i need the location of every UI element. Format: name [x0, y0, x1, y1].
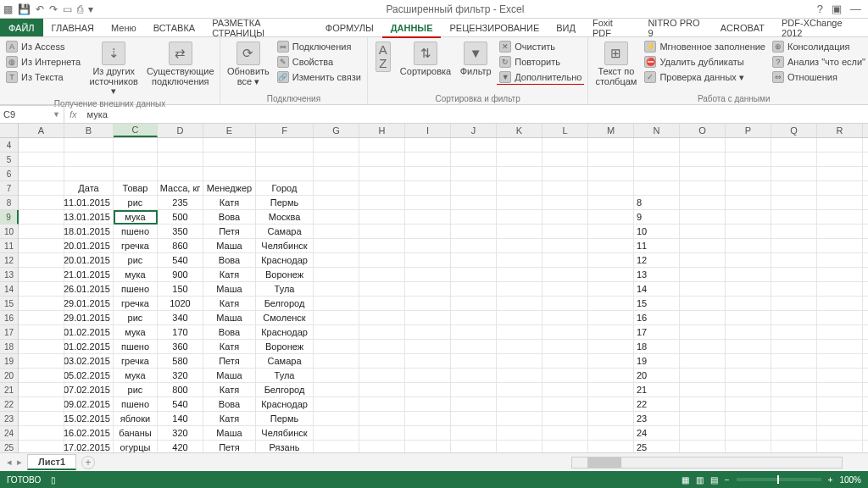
- cell[interactable]: Катя: [203, 412, 256, 426]
- properties-button[interactable]: ✎Свойства: [276, 55, 362, 69]
- cell[interactable]: [771, 196, 817, 210]
- cell[interactable]: 18: [634, 340, 680, 354]
- cell[interactable]: [451, 268, 497, 282]
- minimize-icon[interactable]: —: [850, 3, 861, 15]
- consolidate-button[interactable]: ⊕Консолидация: [771, 40, 868, 53]
- cell[interactable]: [634, 167, 680, 181]
- cell[interactable]: Маша: [203, 239, 256, 253]
- cell[interactable]: 17.02.2015: [64, 441, 114, 452]
- cell[interactable]: [451, 253, 497, 268]
- formula-input[interactable]: мука: [82, 109, 868, 119]
- select-all-corner[interactable]: [0, 124, 19, 138]
- cell[interactable]: 540: [158, 253, 203, 268]
- cells-area[interactable]: ДатаТоварМасса, кгМенеджерГород11.01.201…: [19, 138, 868, 452]
- cell[interactable]: [405, 152, 451, 167]
- cell[interactable]: мука: [114, 210, 158, 225]
- cell[interactable]: [19, 210, 64, 225]
- cell[interactable]: Краснодар: [256, 253, 314, 268]
- cell[interactable]: [542, 225, 588, 239]
- cell[interactable]: [863, 253, 868, 268]
- cell[interactable]: [19, 297, 64, 311]
- cell[interactable]: [863, 369, 868, 383]
- view-pagebreak-icon[interactable]: ▤: [710, 475, 718, 485]
- cell[interactable]: Пермь: [256, 196, 314, 210]
- cell[interactable]: [405, 441, 451, 452]
- cell[interactable]: [817, 412, 863, 426]
- cell[interactable]: 500: [158, 210, 203, 225]
- cell[interactable]: [497, 196, 542, 210]
- cell[interactable]: 19: [634, 354, 680, 369]
- cell[interactable]: [588, 181, 634, 196]
- cell[interactable]: [405, 297, 451, 311]
- cell[interactable]: [64, 152, 114, 167]
- cell[interactable]: Самара: [256, 354, 314, 369]
- zoom-slider[interactable]: [737, 478, 821, 481]
- cell[interactable]: [771, 340, 817, 354]
- cell[interactable]: [726, 152, 771, 167]
- cell[interactable]: гречка: [114, 354, 158, 369]
- cell[interactable]: [726, 412, 771, 426]
- cell[interactable]: [405, 340, 451, 354]
- cell[interactable]: [726, 253, 771, 268]
- relationships-button[interactable]: ⇔Отношения: [771, 70, 868, 84]
- cell[interactable]: [726, 297, 771, 311]
- cell[interactable]: [817, 210, 863, 225]
- row-header[interactable]: 19: [0, 354, 18, 369]
- cell[interactable]: Катя: [203, 340, 256, 354]
- cell[interactable]: рис: [114, 253, 158, 268]
- row-header[interactable]: 16: [0, 311, 18, 325]
- cell[interactable]: [680, 268, 726, 282]
- cell[interactable]: 03.02.2015: [64, 354, 114, 369]
- undo-icon[interactable]: ↶: [36, 3, 44, 15]
- cell[interactable]: [19, 441, 64, 452]
- cell[interactable]: [726, 325, 771, 340]
- reapply-button[interactable]: ↻Повторить: [498, 55, 582, 69]
- cell[interactable]: 800: [158, 383, 203, 397]
- cell[interactable]: Пермь: [256, 412, 314, 426]
- cell[interactable]: 01.02.2015: [64, 325, 114, 340]
- horizontal-scrollbar[interactable]: [571, 457, 843, 469]
- cell[interactable]: [588, 340, 634, 354]
- cell[interactable]: [451, 239, 497, 253]
- sheet-tab[interactable]: Лист1: [27, 454, 76, 470]
- cell[interactable]: [497, 412, 542, 426]
- save-icon[interactable]: 💾: [18, 3, 31, 15]
- row-header[interactable]: 8: [0, 196, 18, 210]
- cell[interactable]: [771, 181, 817, 196]
- cell[interactable]: 16.02.2015: [64, 426, 114, 441]
- cell[interactable]: [863, 311, 868, 325]
- cell[interactable]: [542, 354, 588, 369]
- cell[interactable]: [863, 354, 868, 369]
- cell[interactable]: [314, 225, 359, 239]
- cell[interactable]: [588, 397, 634, 412]
- cell[interactable]: пшено: [114, 397, 158, 412]
- cell[interactable]: гречка: [114, 297, 158, 311]
- cell[interactable]: [588, 426, 634, 441]
- cell[interactable]: Менеджер: [203, 181, 256, 196]
- cell[interactable]: [588, 239, 634, 253]
- cell[interactable]: Маша: [203, 282, 256, 297]
- column-header-A[interactable]: A: [19, 124, 64, 137]
- cell[interactable]: [405, 225, 451, 239]
- cell[interactable]: [542, 282, 588, 297]
- cell[interactable]: [726, 311, 771, 325]
- column-header-D[interactable]: D: [158, 124, 203, 137]
- cell[interactable]: [19, 369, 64, 383]
- add-sheet-button[interactable]: +: [81, 456, 95, 469]
- cell[interactable]: [314, 383, 359, 397]
- cell[interactable]: [817, 325, 863, 340]
- tab-file[interactable]: ФАЙЛ: [0, 19, 43, 36]
- cell[interactable]: [863, 167, 868, 181]
- tab-formulas[interactable]: ФОРМУЛЫ: [317, 19, 382, 36]
- cell[interactable]: [588, 225, 634, 239]
- sheet-next-icon[interactable]: ▸: [17, 457, 22, 468]
- cell[interactable]: Краснодар: [256, 325, 314, 340]
- cell[interactable]: [726, 383, 771, 397]
- cell[interactable]: 24: [634, 426, 680, 441]
- cell[interactable]: 21: [634, 383, 680, 397]
- row-header[interactable]: 24: [0, 426, 18, 441]
- print-icon[interactable]: ⎙: [77, 3, 83, 15]
- cell[interactable]: яблоки: [114, 412, 158, 426]
- cell[interactable]: [726, 196, 771, 210]
- cell[interactable]: [405, 196, 451, 210]
